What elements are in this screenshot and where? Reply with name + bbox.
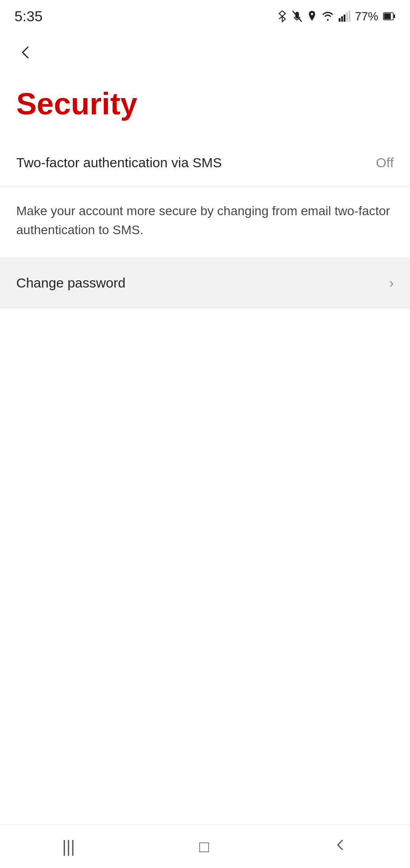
svg-rect-1 xyxy=(339,18,340,22)
change-password-row[interactable]: Change password › xyxy=(0,258,410,308)
two-factor-label: Two-factor authentication via SMS xyxy=(16,155,222,170)
mute-icon xyxy=(292,10,303,23)
svg-rect-2 xyxy=(341,16,343,22)
status-bar: 5:35 77% xyxy=(0,0,410,33)
bottom-navigation: ||| □ xyxy=(0,825,410,868)
svg-rect-5 xyxy=(349,10,350,22)
recents-button[interactable]: ||| xyxy=(48,830,89,863)
two-factor-value: Off xyxy=(376,155,394,170)
svg-rect-4 xyxy=(346,12,348,22)
svg-rect-3 xyxy=(344,14,345,22)
battery-icon xyxy=(383,12,396,21)
status-icons: 77% xyxy=(277,9,396,24)
recents-icon: ||| xyxy=(62,837,75,856)
home-icon: □ xyxy=(199,837,209,856)
back-nav-icon xyxy=(333,837,348,856)
chevron-right-icon: › xyxy=(389,275,394,291)
home-button[interactable]: □ xyxy=(185,830,224,863)
two-factor-auth-row[interactable]: Two-factor authentication via SMS Off xyxy=(0,139,410,187)
description-row: Make your account more secure by changin… xyxy=(0,187,410,258)
content-area: Two-factor authentication via SMS Off Ma… xyxy=(0,139,410,308)
description-text: Make your account more secure by changin… xyxy=(16,202,394,240)
status-time: 5:35 xyxy=(14,8,42,25)
signal-icon xyxy=(339,10,350,23)
svg-rect-8 xyxy=(384,14,391,19)
top-navigation xyxy=(0,33,410,72)
battery-indicator: 77% xyxy=(355,9,378,24)
location-icon xyxy=(307,10,317,23)
back-arrow-icon xyxy=(18,44,34,61)
wifi-icon xyxy=(321,10,334,23)
svg-rect-7 xyxy=(394,14,395,18)
back-nav-button[interactable] xyxy=(319,830,362,863)
back-button[interactable] xyxy=(14,41,38,64)
page-title-section: Security xyxy=(0,72,410,139)
bluetooth-icon xyxy=(277,10,287,23)
page-title: Security xyxy=(16,87,394,121)
change-password-label: Change password xyxy=(16,275,126,291)
